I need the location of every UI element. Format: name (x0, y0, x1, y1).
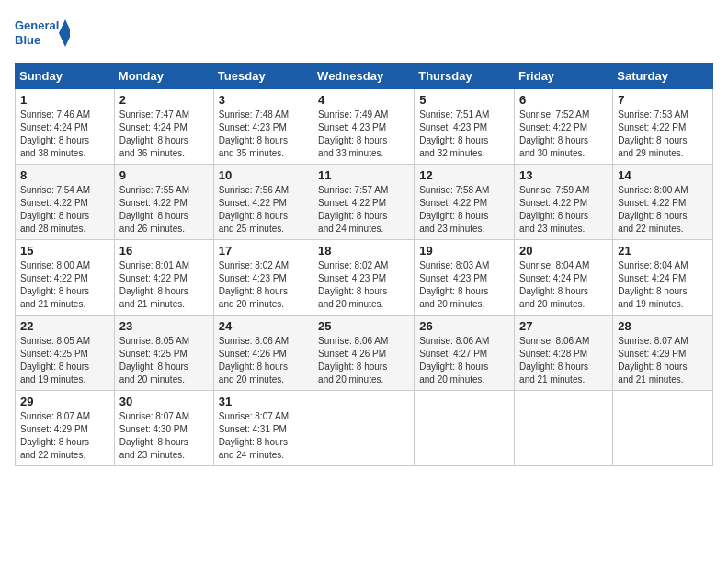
day-info: Sunrise: 8:07 AM Sunset: 4:29 PM Dayligh… (20, 410, 109, 462)
day-number: 5 (419, 93, 509, 107)
calendar-cell: 25Sunrise: 8:06 AM Sunset: 4:26 PM Dayli… (313, 316, 415, 391)
day-number: 3 (219, 93, 308, 107)
calendar-cell (415, 391, 515, 466)
day-info: Sunrise: 8:06 AM Sunset: 4:26 PM Dayligh… (219, 335, 308, 386)
calendar-cell (313, 391, 415, 466)
calendar-cell: 4Sunrise: 7:49 AM Sunset: 4:23 PM Daylig… (313, 89, 415, 165)
day-info: Sunrise: 7:51 AM Sunset: 4:23 PM Dayligh… (419, 109, 509, 160)
day-number: 31 (219, 395, 308, 408)
col-header-wednesday: Wednesday (313, 63, 415, 89)
calendar-cell: 24Sunrise: 8:06 AM Sunset: 4:26 PM Dayli… (213, 316, 313, 391)
calendar-cell: 12Sunrise: 7:58 AM Sunset: 4:22 PM Dayli… (415, 165, 515, 240)
calendar-cell: 2Sunrise: 7:47 AM Sunset: 4:24 PM Daylig… (114, 89, 213, 165)
col-header-friday: Friday (515, 63, 613, 89)
calendar-cell: 23Sunrise: 8:05 AM Sunset: 4:25 PM Dayli… (114, 316, 213, 391)
day-number: 12 (419, 168, 509, 182)
day-info: Sunrise: 7:54 AM Sunset: 4:22 PM Dayligh… (20, 184, 109, 236)
day-info: Sunrise: 8:06 AM Sunset: 4:28 PM Dayligh… (519, 335, 608, 386)
calendar-cell: 18Sunrise: 8:02 AM Sunset: 4:23 PM Dayli… (313, 240, 415, 316)
day-number: 13 (519, 168, 608, 182)
day-info: Sunrise: 8:04 AM Sunset: 4:24 PM Dayligh… (618, 259, 708, 311)
day-info: Sunrise: 7:53 AM Sunset: 4:22 PM Dayligh… (618, 109, 708, 160)
day-number: 23 (119, 319, 209, 333)
calendar-cell: 17Sunrise: 8:02 AM Sunset: 4:23 PM Dayli… (213, 240, 313, 316)
day-info: Sunrise: 7:59 AM Sunset: 4:22 PM Dayligh… (519, 184, 608, 236)
day-number: 30 (119, 395, 209, 408)
day-number: 17 (219, 244, 308, 258)
col-header-saturday: Saturday (613, 63, 713, 89)
calendar-week-row: 15Sunrise: 8:00 AM Sunset: 4:22 PM Dayli… (16, 240, 713, 316)
day-info: Sunrise: 8:03 AM Sunset: 4:23 PM Dayligh… (419, 259, 509, 311)
calendar-week-row: 1Sunrise: 7:46 AM Sunset: 4:24 PM Daylig… (16, 89, 713, 165)
calendar-cell: 26Sunrise: 8:06 AM Sunset: 4:27 PM Dayli… (415, 316, 515, 391)
day-number: 8 (20, 168, 109, 182)
day-number: 25 (318, 319, 409, 333)
day-number: 10 (219, 168, 308, 182)
calendar-cell: 19Sunrise: 8:03 AM Sunset: 4:23 PM Dayli… (415, 240, 515, 316)
calendar-cell: 5Sunrise: 7:51 AM Sunset: 4:23 PM Daylig… (415, 89, 515, 165)
day-number: 14 (618, 168, 708, 182)
day-number: 24 (219, 319, 308, 333)
day-number: 16 (119, 244, 209, 258)
calendar-cell: 16Sunrise: 8:01 AM Sunset: 4:22 PM Dayli… (114, 240, 213, 316)
svg-text:General: General (15, 18, 59, 32)
calendar-cell: 28Sunrise: 8:07 AM Sunset: 4:29 PM Dayli… (613, 316, 713, 391)
calendar-cell: 11Sunrise: 7:57 AM Sunset: 4:22 PM Dayli… (313, 165, 415, 240)
day-info: Sunrise: 8:05 AM Sunset: 4:25 PM Dayligh… (119, 335, 209, 386)
day-number: 7 (618, 93, 708, 107)
day-info: Sunrise: 7:46 AM Sunset: 4:24 PM Dayligh… (20, 109, 109, 160)
day-info: Sunrise: 7:47 AM Sunset: 4:24 PM Dayligh… (119, 109, 209, 160)
calendar-cell: 14Sunrise: 8:00 AM Sunset: 4:22 PM Dayli… (613, 165, 713, 240)
col-header-tuesday: Tuesday (213, 63, 313, 89)
logo: General Blue (15, 15, 70, 52)
calendar-week-row: 8Sunrise: 7:54 AM Sunset: 4:22 PM Daylig… (16, 165, 713, 240)
calendar-cell: 7Sunrise: 7:53 AM Sunset: 4:22 PM Daylig… (613, 89, 713, 165)
day-number: 6 (519, 93, 608, 107)
col-header-thursday: Thursday (415, 63, 515, 89)
day-number: 1 (20, 93, 109, 107)
calendar-table: SundayMondayTuesdayWednesdayThursdayFrid… (15, 63, 713, 466)
day-info: Sunrise: 7:49 AM Sunset: 4:23 PM Dayligh… (318, 109, 409, 160)
calendar-cell: 10Sunrise: 7:56 AM Sunset: 4:22 PM Dayli… (213, 165, 313, 240)
calendar-cell: 6Sunrise: 7:52 AM Sunset: 4:22 PM Daylig… (515, 89, 613, 165)
day-info: Sunrise: 8:06 AM Sunset: 4:27 PM Dayligh… (419, 335, 509, 386)
day-number: 20 (519, 244, 608, 258)
day-info: Sunrise: 8:02 AM Sunset: 4:23 PM Dayligh… (219, 259, 308, 311)
day-info: Sunrise: 7:55 AM Sunset: 4:22 PM Dayligh… (119, 184, 209, 236)
day-info: Sunrise: 8:07 AM Sunset: 4:30 PM Dayligh… (119, 410, 209, 462)
calendar-cell: 21Sunrise: 8:04 AM Sunset: 4:24 PM Dayli… (613, 240, 713, 316)
calendar-week-row: 22Sunrise: 8:05 AM Sunset: 4:25 PM Dayli… (16, 316, 713, 391)
col-header-sunday: Sunday (16, 63, 115, 89)
page-header: General Blue (15, 15, 713, 52)
day-number: 21 (618, 244, 708, 258)
day-info: Sunrise: 8:06 AM Sunset: 4:26 PM Dayligh… (318, 335, 409, 386)
day-info: Sunrise: 7:48 AM Sunset: 4:23 PM Dayligh… (219, 109, 308, 160)
day-info: Sunrise: 7:58 AM Sunset: 4:22 PM Dayligh… (419, 184, 509, 236)
day-number: 22 (20, 319, 109, 333)
day-info: Sunrise: 8:07 AM Sunset: 4:31 PM Dayligh… (219, 410, 308, 462)
calendar-cell: 3Sunrise: 7:48 AM Sunset: 4:23 PM Daylig… (213, 89, 313, 165)
day-info: Sunrise: 8:00 AM Sunset: 4:22 PM Dayligh… (20, 259, 109, 311)
day-info: Sunrise: 8:02 AM Sunset: 4:23 PM Dayligh… (318, 259, 409, 311)
calendar-cell: 27Sunrise: 8:06 AM Sunset: 4:28 PM Dayli… (515, 316, 613, 391)
calendar-cell: 30Sunrise: 8:07 AM Sunset: 4:30 PM Dayli… (114, 391, 213, 466)
day-number: 29 (20, 395, 109, 408)
logo-svg: General Blue (15, 15, 70, 52)
calendar-cell: 15Sunrise: 8:00 AM Sunset: 4:22 PM Dayli… (16, 240, 115, 316)
calendar-cell: 9Sunrise: 7:55 AM Sunset: 4:22 PM Daylig… (114, 165, 213, 240)
svg-text:Blue: Blue (15, 33, 40, 47)
day-info: Sunrise: 8:04 AM Sunset: 4:24 PM Dayligh… (519, 259, 608, 311)
day-number: 2 (119, 93, 209, 107)
day-info: Sunrise: 8:01 AM Sunset: 4:22 PM Dayligh… (119, 259, 209, 311)
calendar-cell: 8Sunrise: 7:54 AM Sunset: 4:22 PM Daylig… (16, 165, 115, 240)
day-number: 28 (618, 319, 708, 333)
calendar-week-row: 29Sunrise: 8:07 AM Sunset: 4:29 PM Dayli… (16, 391, 713, 466)
calendar-cell: 31Sunrise: 8:07 AM Sunset: 4:31 PM Dayli… (213, 391, 313, 466)
day-number: 19 (419, 244, 509, 258)
calendar-cell: 13Sunrise: 7:59 AM Sunset: 4:22 PM Dayli… (515, 165, 613, 240)
calendar-body: 1Sunrise: 7:46 AM Sunset: 4:24 PM Daylig… (16, 89, 713, 466)
calendar-cell: 20Sunrise: 8:04 AM Sunset: 4:24 PM Dayli… (515, 240, 613, 316)
calendar-cell (515, 391, 613, 466)
svg-marker-2 (59, 19, 70, 47)
day-number: 26 (419, 319, 509, 333)
